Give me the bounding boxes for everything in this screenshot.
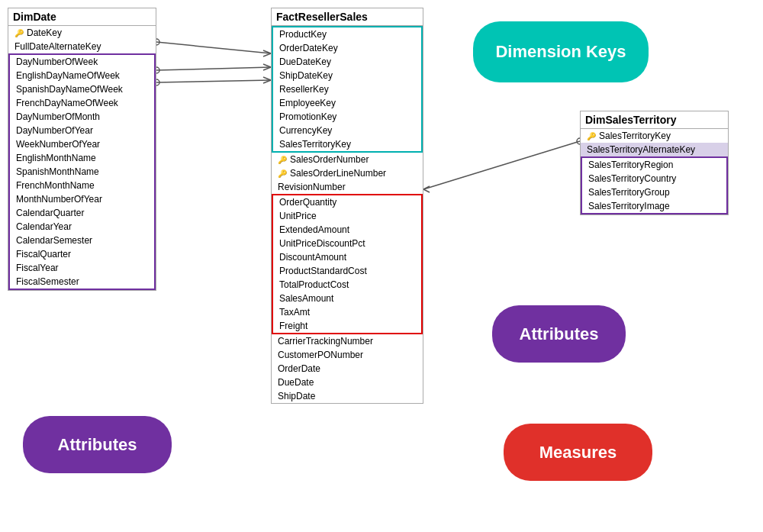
field-row: DueDate bbox=[272, 376, 423, 389]
field-row: FiscalSemester bbox=[10, 275, 154, 289]
field-row: CalendarYear bbox=[10, 220, 154, 234]
field-row: FrenchDayNameOfWeek bbox=[10, 96, 154, 110]
field-row: SalesAmount bbox=[273, 292, 421, 305]
factreseller-bottom-section: CarrierTrackingNumberCustomerPONumberOrd… bbox=[272, 334, 423, 403]
factreseller-title: FactResellerSales bbox=[272, 8, 423, 26]
dimdate-table: DimDate 🔑 DateKey FullDateAlternateKey D… bbox=[8, 8, 156, 291]
svg-line-9 bbox=[263, 77, 271, 80]
key-icon: 🔑 bbox=[14, 29, 24, 37]
field-row: 🔑SalesOrderLineNumber bbox=[272, 166, 423, 180]
field-row: DueDateKey bbox=[273, 55, 421, 69]
field-row: SalesTerritoryImage bbox=[582, 199, 726, 213]
field-row: CalendarSemester bbox=[10, 234, 154, 247]
field-row: SalesTerritoryKey bbox=[273, 137, 421, 151]
field-row: ProductStandardCost bbox=[273, 264, 421, 278]
svg-line-6 bbox=[263, 67, 271, 70]
factreseller-red-section: OrderQuantityUnitPriceExtendedAmountUnit… bbox=[272, 194, 423, 334]
field-row: RevisionNumber bbox=[272, 180, 423, 194]
svg-line-4 bbox=[156, 67, 271, 70]
field-row: SpanishMonthName bbox=[10, 165, 154, 179]
dimdate-purple-fields: DayNumberOfWeekEnglishDayNameOfWeekSpani… bbox=[8, 53, 156, 290]
field-row: UnitPrice bbox=[273, 209, 421, 223]
field-row: CalendarQuarter bbox=[10, 206, 154, 220]
key-icon: 🔑 bbox=[278, 169, 287, 178]
dimsales-top-fields: 🔑SalesTerritoryKeySalesTerritoryAlternat… bbox=[581, 129, 728, 156]
field-row: FrenchMonthName bbox=[10, 179, 154, 192]
dimsales-table: DimSalesTerritory 🔑SalesTerritoryKeySale… bbox=[580, 111, 729, 215]
svg-line-1 bbox=[263, 50, 271, 53]
dimsales-purple-fields: SalesTerritoryRegionSalesTerritoryCountr… bbox=[581, 156, 728, 214]
field-row: EnglishDayNameOfWeek bbox=[10, 69, 154, 82]
field-row: DayNumberOfYear bbox=[10, 124, 154, 137]
field-row: SalesTerritoryGroup bbox=[582, 185, 726, 199]
key-icon: 🔑 bbox=[587, 132, 596, 140]
dimdate-top-fields: 🔑 DateKey FullDateAlternateKey bbox=[8, 26, 156, 53]
svg-line-2 bbox=[263, 53, 271, 56]
svg-line-14 bbox=[423, 186, 430, 189]
field-row: 🔑SalesOrderNumber bbox=[272, 153, 423, 166]
attributes-right-callout: Attributes bbox=[492, 305, 626, 363]
field-row: EmployeeKey bbox=[273, 96, 421, 110]
attributes-left-callout: Attributes bbox=[23, 416, 172, 473]
field-row: 🔑 DateKey bbox=[8, 26, 156, 40]
svg-line-0 bbox=[156, 42, 271, 53]
field-row: WeekNumberOfYear bbox=[10, 137, 154, 151]
field-row: UnitPriceDiscountPct bbox=[273, 237, 421, 250]
svg-line-15 bbox=[423, 189, 430, 192]
field-row: SpanishDayNameOfWeek bbox=[10, 82, 154, 96]
field-row: CustomerPONumber bbox=[272, 348, 423, 362]
field-row: SalesTerritoryRegion bbox=[582, 158, 726, 172]
field-row: ResellerKey bbox=[273, 82, 421, 96]
field-row: CurrencyKey bbox=[273, 124, 421, 137]
field-row: FiscalQuarter bbox=[10, 247, 154, 261]
svg-line-5 bbox=[263, 64, 271, 67]
field-row: SalesTerritoryAlternateKey bbox=[581, 143, 728, 156]
field-row: TaxAmt bbox=[273, 305, 421, 319]
field-row: OrderDateKey bbox=[273, 41, 421, 55]
field-row: EnglishMonthName bbox=[10, 151, 154, 165]
field-row: ProductKey bbox=[273, 27, 421, 41]
field-row: FullDateAlternateKey bbox=[8, 40, 156, 53]
svg-line-8 bbox=[156, 80, 271, 82]
svg-line-12 bbox=[423, 141, 580, 189]
dimension-keys-callout: Dimension Keys bbox=[473, 21, 649, 82]
field-row: FiscalYear bbox=[10, 261, 154, 275]
field-row: ShipDate bbox=[272, 389, 423, 403]
field-row: 🔑SalesTerritoryKey bbox=[581, 129, 728, 143]
dimdate-title: DimDate bbox=[8, 8, 156, 26]
factreseller-teal-section: ProductKeyOrderDateKeyDueDateKeyShipDate… bbox=[272, 26, 423, 153]
field-row: DiscountAmount bbox=[273, 250, 421, 264]
measures-callout: Measures bbox=[504, 424, 652, 481]
field-row: ExtendedAmount bbox=[273, 223, 421, 237]
field-row: DayNumberOfMonth bbox=[10, 110, 154, 124]
field-row: TotalProductCost bbox=[273, 278, 421, 292]
field-row: PromotionKey bbox=[273, 110, 421, 124]
field-row: DayNumberOfWeek bbox=[10, 55, 154, 69]
field-row: OrderQuantity bbox=[273, 195, 421, 209]
field-row: CarrierTrackingNumber bbox=[272, 334, 423, 348]
field-row: OrderDate bbox=[272, 362, 423, 376]
field-row: Freight bbox=[273, 319, 421, 333]
factreseller-table: FactResellerSales ProductKeyOrderDateKey… bbox=[271, 8, 423, 404]
field-row: MonthNumberOfYear bbox=[10, 192, 154, 206]
key-icon: 🔑 bbox=[278, 156, 287, 164]
field-row: ShipDateKey bbox=[273, 69, 421, 82]
svg-line-10 bbox=[263, 80, 271, 83]
factreseller-middle-section: 🔑SalesOrderNumber🔑SalesOrderLineNumberRe… bbox=[272, 153, 423, 194]
field-row: SalesTerritoryCountry bbox=[582, 172, 726, 185]
dimsales-title: DimSalesTerritory bbox=[581, 111, 728, 129]
